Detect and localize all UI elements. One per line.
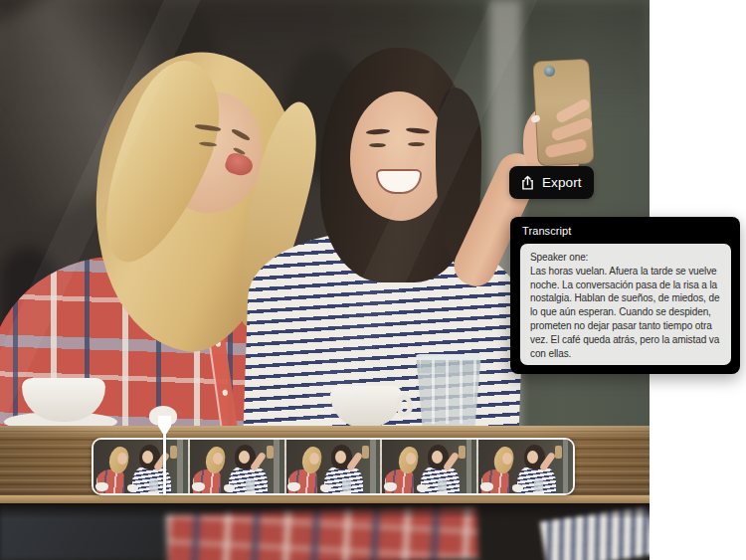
phone-camera-icon: [544, 66, 555, 77]
transcript-body-text: Las horas vuelan. Afuera la tarde se vue…: [530, 265, 721, 361]
transcript-card: Speaker one: Las horas vuelan. Afuera la…: [520, 244, 731, 365]
export-icon: [520, 175, 535, 191]
transcript-panel-title: Transcript: [522, 225, 572, 237]
transcript-speaker-label: Speaker one:: [530, 251, 721, 265]
export-button-label: Export: [542, 175, 582, 190]
timeline-frame[interactable]: [286, 440, 383, 493]
bottom-foreground: [0, 503, 650, 560]
timeline-frame[interactable]: [190, 440, 286, 493]
export-button[interactable]: Export: [509, 166, 594, 199]
playhead-line[interactable]: [163, 434, 166, 495]
transcript-panel: Transcript Speaker one: Las horas vuelan…: [510, 217, 740, 374]
timeline-frame[interactable]: [93, 440, 190, 493]
timeline-frame[interactable]: [478, 440, 573, 493]
timeline-frame[interactable]: [382, 440, 478, 493]
app-canvas: Export Transcript Speaker one: Las horas…: [0, 0, 746, 560]
